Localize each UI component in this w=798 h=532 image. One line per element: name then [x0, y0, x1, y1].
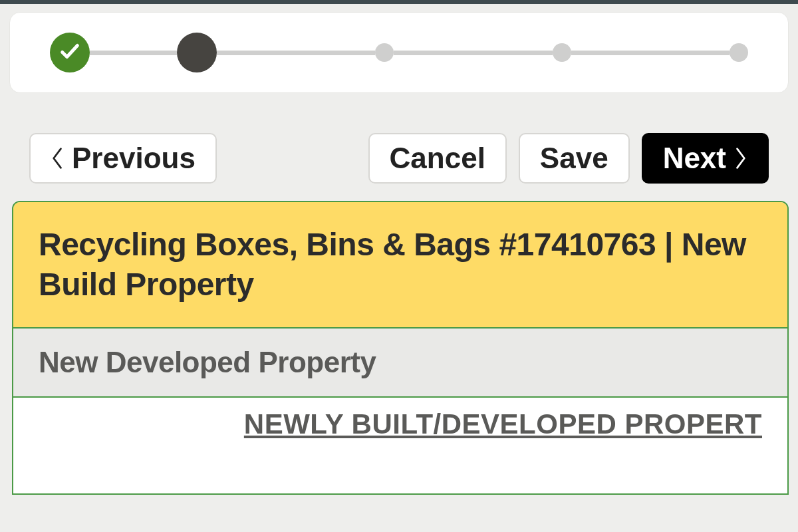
- save-button[interactable]: Save: [519, 133, 630, 184]
- cancel-label: Cancel: [390, 144, 485, 173]
- chevron-left-icon: [51, 146, 65, 170]
- panel-subheader: New Developed Property: [13, 329, 787, 398]
- next-label: Next: [663, 144, 726, 173]
- step-connector: [394, 51, 552, 55]
- panel-subtitle: New Developed Property: [39, 346, 762, 379]
- progress-stepper: [9, 12, 789, 93]
- check-icon: [59, 40, 81, 65]
- form-panel: Recycling Boxes, Bins & Bags #17410763 |…: [12, 201, 789, 495]
- save-label: Save: [540, 144, 608, 173]
- action-button-row: Previous Cancel Save Next: [9, 133, 789, 201]
- previous-button[interactable]: Previous: [29, 133, 217, 184]
- step-connector: [217, 51, 375, 55]
- cancel-button[interactable]: Cancel: [368, 133, 507, 184]
- step-3-future: [375, 43, 394, 62]
- panel-title: Recycling Boxes, Bins & Bags #17410763 |…: [39, 225, 762, 305]
- next-button[interactable]: Next: [642, 133, 769, 184]
- chevron-right-icon: [733, 146, 747, 170]
- panel-body-heading: NEWLY BUILT/DEVELOPED PROPERT: [244, 408, 762, 440]
- panel-header: Recycling Boxes, Bins & Bags #17410763 |…: [13, 202, 787, 329]
- step-5-future: [730, 43, 748, 62]
- step-4-future: [553, 43, 571, 62]
- step-2-current: [177, 33, 217, 72]
- step-connector: [90, 51, 177, 55]
- step-connector: [571, 51, 730, 55]
- panel-body: NEWLY BUILT/DEVELOPED PROPERT: [13, 398, 787, 493]
- previous-label: Previous: [72, 144, 196, 173]
- step-1-completed: [50, 33, 90, 72]
